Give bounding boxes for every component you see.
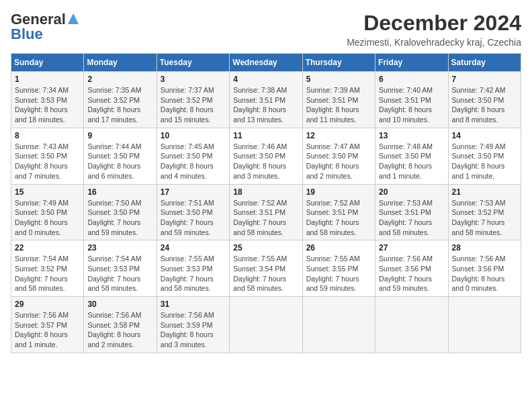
- table-row: 20Sunrise: 7:53 AM Sunset: 3:51 PM Dayli…: [375, 184, 448, 240]
- day-detail: Sunrise: 7:54 AM Sunset: 3:52 PM Dayligh…: [15, 254, 80, 293]
- calendar-week-row: 22Sunrise: 7:54 AM Sunset: 3:52 PM Dayli…: [11, 240, 521, 297]
- col-friday: Friday: [375, 54, 448, 72]
- col-sunday: Sunday: [11, 54, 84, 72]
- day-number: 25: [233, 243, 298, 253]
- day-number: 17: [161, 187, 226, 197]
- day-detail: Sunrise: 7:56 AM Sunset: 3:57 PM Dayligh…: [15, 310, 80, 350]
- day-number: 6: [379, 75, 444, 84]
- day-detail: Sunrise: 7:55 AM Sunset: 3:54 PM Dayligh…: [233, 254, 298, 293]
- table-row: 25Sunrise: 7:55 AM Sunset: 3:54 PM Dayli…: [230, 240, 302, 297]
- day-number: 7: [452, 75, 517, 84]
- day-number: 5: [306, 75, 371, 84]
- day-number: 10: [161, 131, 226, 140]
- table-row: 12Sunrise: 7:47 AM Sunset: 3:50 PM Dayli…: [302, 128, 375, 184]
- day-detail: Sunrise: 7:48 AM Sunset: 3:50 PM Dayligh…: [379, 142, 444, 181]
- day-detail: Sunrise: 7:44 AM Sunset: 3:50 PM Dayligh…: [87, 142, 152, 181]
- col-wednesday: Wednesday: [230, 54, 302, 72]
- day-number: 30: [87, 300, 152, 309]
- day-number: 28: [452, 243, 517, 253]
- header: General Blue December 2024 Mezimesti, Kr…: [11, 11, 521, 48]
- day-number: 31: [161, 300, 226, 309]
- day-number: 20: [379, 187, 444, 197]
- col-tuesday: Tuesday: [157, 54, 229, 72]
- table-row: 15Sunrise: 7:49 AM Sunset: 3:50 PM Dayli…: [11, 184, 84, 240]
- day-number: 29: [15, 300, 80, 309]
- day-detail: Sunrise: 7:51 AM Sunset: 3:50 PM Dayligh…: [161, 198, 226, 238]
- logo: General Blue: [11, 11, 79, 43]
- table-row: 7Sunrise: 7:42 AM Sunset: 3:50 PM Daylig…: [448, 72, 521, 128]
- table-row: 28Sunrise: 7:56 AM Sunset: 3:56 PM Dayli…: [448, 240, 521, 297]
- day-detail: Sunrise: 7:49 AM Sunset: 3:50 PM Dayligh…: [15, 198, 80, 238]
- day-number: 3: [161, 75, 226, 84]
- day-detail: Sunrise: 7:46 AM Sunset: 3:50 PM Dayligh…: [233, 142, 298, 181]
- day-detail: Sunrise: 7:34 AM Sunset: 3:53 PM Dayligh…: [15, 85, 80, 125]
- day-detail: Sunrise: 7:56 AM Sunset: 3:59 PM Dayligh…: [161, 310, 226, 350]
- table-row: 2Sunrise: 7:35 AM Sunset: 3:52 PM Daylig…: [84, 72, 157, 128]
- table-row: 30Sunrise: 7:56 AM Sunset: 3:58 PM Dayli…: [84, 297, 157, 353]
- day-detail: Sunrise: 7:55 AM Sunset: 3:55 PM Dayligh…: [306, 254, 371, 293]
- day-detail: Sunrise: 7:56 AM Sunset: 3:56 PM Dayligh…: [452, 254, 517, 293]
- day-detail: Sunrise: 7:42 AM Sunset: 3:50 PM Dayligh…: [452, 85, 517, 125]
- table-row: [448, 297, 521, 353]
- page-title: December 2024: [347, 11, 521, 36]
- day-detail: Sunrise: 7:52 AM Sunset: 3:51 PM Dayligh…: [233, 198, 298, 238]
- logo-triangle-icon: [68, 13, 79, 24]
- day-detail: Sunrise: 7:45 AM Sunset: 3:50 PM Dayligh…: [161, 142, 226, 181]
- day-number: 11: [233, 131, 298, 140]
- table-row: 27Sunrise: 7:56 AM Sunset: 3:56 PM Dayli…: [375, 240, 448, 297]
- table-row: 21Sunrise: 7:53 AM Sunset: 3:52 PM Dayli…: [448, 184, 521, 240]
- day-number: 22: [15, 243, 80, 253]
- calendar-week-row: 8Sunrise: 7:43 AM Sunset: 3:50 PM Daylig…: [11, 128, 521, 184]
- day-detail: Sunrise: 7:35 AM Sunset: 3:52 PM Dayligh…: [87, 85, 152, 125]
- day-detail: Sunrise: 7:55 AM Sunset: 3:53 PM Dayligh…: [161, 254, 226, 293]
- title-area: December 2024 Mezimesti, Kralovehradecky…: [347, 11, 521, 48]
- day-detail: Sunrise: 7:47 AM Sunset: 3:50 PM Dayligh…: [306, 142, 371, 181]
- calendar-week-row: 1Sunrise: 7:34 AM Sunset: 3:53 PM Daylig…: [11, 72, 521, 128]
- table-row: 5Sunrise: 7:39 AM Sunset: 3:51 PM Daylig…: [302, 72, 375, 128]
- calendar-header-row: Sunday Monday Tuesday Wednesday Thursday…: [11, 54, 521, 72]
- logo-blue: Blue: [11, 26, 43, 43]
- table-row: 11Sunrise: 7:46 AM Sunset: 3:50 PM Dayli…: [230, 128, 302, 184]
- day-detail: Sunrise: 7:49 AM Sunset: 3:50 PM Dayligh…: [452, 142, 517, 181]
- table-row: 4Sunrise: 7:38 AM Sunset: 3:51 PM Daylig…: [230, 72, 302, 128]
- table-row: 17Sunrise: 7:51 AM Sunset: 3:50 PM Dayli…: [157, 184, 229, 240]
- table-row: [375, 297, 448, 353]
- table-row: 8Sunrise: 7:43 AM Sunset: 3:50 PM Daylig…: [11, 128, 84, 184]
- day-number: 26: [306, 243, 371, 253]
- day-number: 15: [15, 187, 80, 197]
- day-number: 24: [161, 243, 226, 253]
- table-row: 31Sunrise: 7:56 AM Sunset: 3:59 PM Dayli…: [157, 297, 229, 353]
- day-number: 13: [379, 131, 444, 140]
- col-saturday: Saturday: [448, 54, 521, 72]
- table-row: 23Sunrise: 7:54 AM Sunset: 3:53 PM Dayli…: [84, 240, 157, 297]
- table-row: 14Sunrise: 7:49 AM Sunset: 3:50 PM Dayli…: [448, 128, 521, 184]
- page-subtitle: Mezimesti, Kralovehradecky kraj, Czechia: [347, 37, 521, 48]
- day-number: 9: [87, 131, 152, 140]
- table-row: 29Sunrise: 7:56 AM Sunset: 3:57 PM Dayli…: [11, 297, 84, 353]
- table-row: [302, 297, 375, 353]
- day-number: 4: [233, 75, 298, 84]
- day-number: 21: [452, 187, 517, 197]
- table-row: 19Sunrise: 7:52 AM Sunset: 3:51 PM Dayli…: [302, 184, 375, 240]
- table-row: 3Sunrise: 7:37 AM Sunset: 3:52 PM Daylig…: [157, 72, 229, 128]
- table-row: 1Sunrise: 7:34 AM Sunset: 3:53 PM Daylig…: [11, 72, 84, 128]
- day-number: 18: [233, 187, 298, 197]
- col-monday: Monday: [84, 54, 157, 72]
- day-detail: Sunrise: 7:53 AM Sunset: 3:52 PM Dayligh…: [452, 198, 517, 238]
- calendar-week-row: 15Sunrise: 7:49 AM Sunset: 3:50 PM Dayli…: [11, 184, 521, 240]
- day-detail: Sunrise: 7:43 AM Sunset: 3:50 PM Dayligh…: [15, 142, 80, 181]
- table-row: 13Sunrise: 7:48 AM Sunset: 3:50 PM Dayli…: [375, 128, 448, 184]
- day-detail: Sunrise: 7:37 AM Sunset: 3:52 PM Dayligh…: [161, 85, 226, 125]
- day-detail: Sunrise: 7:52 AM Sunset: 3:51 PM Dayligh…: [306, 198, 371, 238]
- day-detail: Sunrise: 7:56 AM Sunset: 3:58 PM Dayligh…: [87, 310, 152, 350]
- table-row: 26Sunrise: 7:55 AM Sunset: 3:55 PM Dayli…: [302, 240, 375, 297]
- table-row: 22Sunrise: 7:54 AM Sunset: 3:52 PM Dayli…: [11, 240, 84, 297]
- day-detail: Sunrise: 7:38 AM Sunset: 3:51 PM Dayligh…: [233, 85, 298, 125]
- table-row: [230, 297, 302, 353]
- day-detail: Sunrise: 7:39 AM Sunset: 3:51 PM Dayligh…: [306, 85, 371, 125]
- day-detail: Sunrise: 7:53 AM Sunset: 3:51 PM Dayligh…: [379, 198, 444, 238]
- calendar-week-row: 29Sunrise: 7:56 AM Sunset: 3:57 PM Dayli…: [11, 297, 521, 353]
- day-number: 19: [306, 187, 371, 197]
- day-number: 12: [306, 131, 371, 140]
- day-detail: Sunrise: 7:50 AM Sunset: 3:50 PM Dayligh…: [87, 198, 152, 238]
